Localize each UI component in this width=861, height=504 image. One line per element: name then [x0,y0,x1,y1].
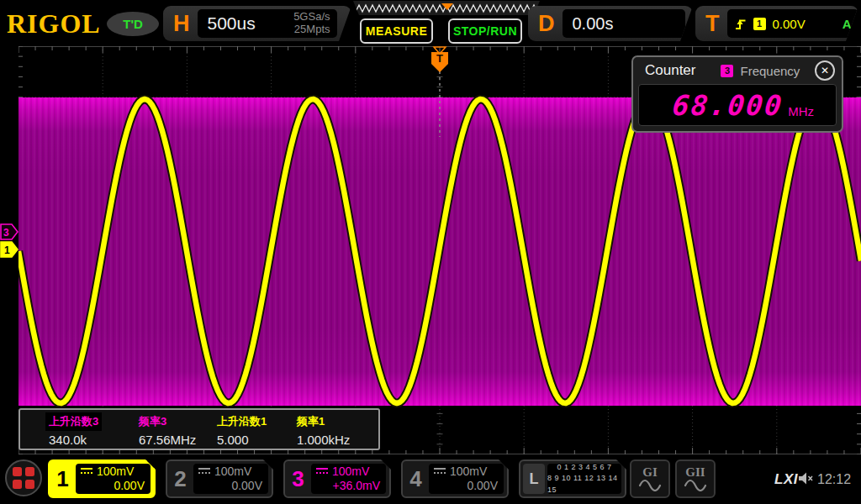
channel-offset: 0.00V [434,479,498,494]
channel-number: 2 [167,461,193,496]
channel-scale: 100mV [214,465,251,480]
trigger-source-badge: 1 [753,18,766,30]
trigger-label: T [695,11,727,37]
counter-source-badge: 3 [721,65,733,77]
delay-value: 0.00s [573,14,614,34]
measurement-item[interactable]: 频率1 1.000kHz [293,412,353,449]
channel-offset: 0.00V [81,479,145,494]
stop-run-button[interactable]: STOP/RUN [448,18,522,44]
horizontal-label: H [163,11,198,37]
trigger-sweep-mode: A [843,17,852,31]
channel-scale: 100mV [332,465,369,480]
counter-unit: MHz [788,92,814,118]
timebase-value: 500us [208,13,256,34]
measurement-item[interactable]: 上升沿数3 340.0k [45,412,102,449]
channel-number: 4 [403,461,429,496]
main-menu-button[interactable] [5,459,42,496]
dc-coupling-icon [198,468,210,475]
measurement-label: 上升沿数3 [45,412,102,431]
trigger-flag-letter: T [436,52,443,65]
measurement-value: 1.000kHz [293,431,353,449]
measurement-label: 上升沿数1 [214,412,270,431]
logic-channel-list: 0 1 2 3 4 5 6 7 8 9 10 11 12 13 14 15 [547,464,621,494]
channel-offset: +36.0mV [316,479,380,494]
measurement-panel[interactable]: 上升沿数3 340.0k 频率3 67.56MHz 上升沿数1 5.000 频率… [18,408,380,450]
generator-label: GII [685,466,705,479]
delay-label: D [528,11,563,37]
measurement-value: 5.000 [214,431,252,449]
svg-text:3: 3 [3,227,9,239]
channel-offset: 0.00V [198,479,262,494]
delay-block[interactable]: D 0.00s [528,6,693,41]
trigger-settings-block[interactable]: T 1 0.00V A [695,6,858,41]
channel-4-block[interactable]: 4 100mV 0.00V [401,459,509,498]
channel-number: 1 [50,461,76,496]
measurement-label: 频率1 [293,412,328,431]
counter-close-button[interactable]: ✕ [815,60,835,81]
counter-value: 68.000 [671,89,784,122]
channel-scale: 100mV [97,465,134,480]
waveform-position-preview[interactable] [353,1,540,15]
channel-1-block[interactable]: 1 100mV 0.00V [48,459,156,498]
measurement-label: 频率3 [135,412,170,431]
sound-muted-icon [798,471,814,486]
measurement-item[interactable]: 上升沿数1 5.000 [214,412,270,449]
sine-wave-icon [684,479,707,491]
dc-coupling-icon [81,468,92,475]
trigger-level-value: 0.00V [773,17,806,31]
counter-mode-label: Frequency [740,64,800,78]
measurement-value: 340.0k [45,431,90,449]
generator-2-block[interactable]: GII [675,459,716,498]
menu-grid-icon [13,467,34,489]
svg-text:1: 1 [4,244,10,256]
dc-coupling-icon [434,468,446,475]
logic-channels-block[interactable]: L 0 1 2 3 4 5 6 7 8 9 10 11 12 13 14 15 [519,459,626,498]
rigol-logo: RIGOL [7,8,101,39]
measure-button[interactable]: MEASURE [360,18,433,44]
counter-readout: 68.000 MHz [638,84,837,126]
oscilloscope-screen: RIGOL T'D H 500us 5GSa/s 25Mpts MEASURE … [0,0,861,504]
horizontal-settings-block[interactable]: H 500us 5GSa/s 25Mpts [163,6,351,41]
sine-wave-icon [638,479,662,491]
ch3-offset-marker[interactable]: 3 [0,223,18,240]
trigger-status-badge: T'D [107,12,159,36]
counter-title: Counter [645,62,695,79]
dc-coupling-icon [316,468,328,475]
generator-label: GI [642,466,658,479]
logic-label: L [523,464,545,494]
sample-rate-text: 5GSa/s 25Mpts [293,11,330,36]
lxi-status-label: LXI [774,471,798,488]
ch1-offset-marker[interactable]: 1 [0,241,18,258]
channel-2-block[interactable]: 2 100mV 0.00V [166,459,273,498]
channel-scale: 100mV [450,465,487,480]
channel-3-block[interactable]: 3 100mV +36.0mV [283,459,391,498]
measurement-value: 67.56MHz [135,431,199,449]
generator-1-block[interactable]: GI [630,459,670,498]
rising-edge-icon [734,18,747,30]
measurement-item[interactable]: 频率3 67.56MHz [135,412,199,449]
clock-display: 12:12 [817,472,851,487]
channel-number: 3 [285,461,311,496]
counter-panel: Counter 3 Frequency ✕ 68.000 MHz [631,55,843,133]
